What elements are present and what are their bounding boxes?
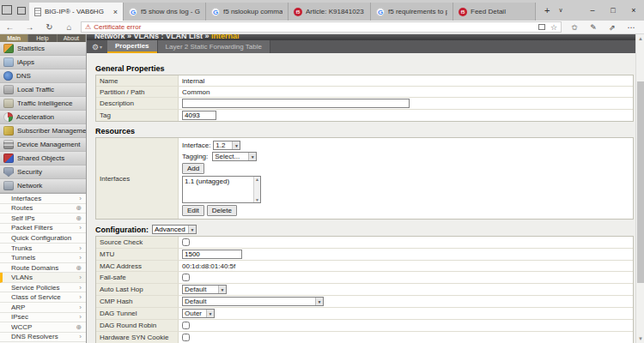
dag-round-robin-checkbox[interactable]	[182, 322, 190, 329]
set-tabs-aside-icon[interactable]	[17, 7, 26, 15]
add-circle-icon[interactable]: ⊕	[76, 214, 82, 222]
sidebar-item-routes[interactable]: Routes ⊕	[0, 204, 86, 214]
section-title-general: General Properties	[95, 64, 635, 73]
sidebar-item-trunks[interactable]: Trunks ›	[0, 244, 86, 254]
add-circle-icon[interactable]: ⊕	[76, 204, 82, 212]
description-field[interactable]	[182, 99, 410, 108]
add-circle-icon[interactable]: ⊕	[76, 264, 82, 272]
add-button[interactable]: Add	[182, 163, 204, 174]
tab-layer2-forwarding[interactable]: Layer 2 Static Forwarding Table	[157, 40, 270, 53]
close-window-button[interactable]: ×	[623, 0, 644, 21]
mtu-field[interactable]	[182, 250, 242, 259]
sidebar-item-subscriber-management[interactable]: Subscriber Management	[0, 124, 86, 138]
sidebar-item-dns-resolvers[interactable]: DNS Resolvers ›	[0, 333, 86, 343]
vertical-scrollbar[interactable]: ▲ ▼	[635, 34, 644, 343]
cmp-hash-select[interactable]: Default ▼	[182, 297, 324, 306]
add-circle-icon[interactable]: ⊕	[76, 323, 82, 331]
warning-icon: ⚠	[85, 23, 91, 31]
table-row: Description	[96, 98, 633, 110]
options-gear-button[interactable]: ⚙▾	[87, 40, 107, 53]
configuration-mode-select[interactable]: Advanced ▼	[152, 225, 197, 234]
list-item[interactable]: 1.1 (untagged)	[185, 178, 229, 185]
reading-view-icon[interactable]	[538, 24, 545, 30]
sidebar-tab-about[interactable]: About	[58, 34, 86, 42]
tab-menu-icon[interactable]: ∨	[558, 7, 562, 14]
close-tab-icon[interactable]: ×	[112, 8, 118, 16]
sidebar-item-device-management[interactable]: Device Management	[0, 138, 86, 152]
tagging-select[interactable]: Select... ▼	[212, 152, 257, 161]
hardware-syn-cookie-checkbox[interactable]	[182, 334, 190, 341]
sidebar-item-statistics[interactable]: Statistics	[0, 42, 86, 56]
browser-tab-article[interactable]: f5 Article: K91841023 - Ov	[289, 3, 371, 21]
favorite-star-icon[interactable]: ☆	[550, 23, 557, 32]
home-icon[interactable]: ⌂	[59, 22, 79, 32]
minimize-button[interactable]: –	[582, 0, 603, 21]
sidebar-item-iapps[interactable]: iApps	[0, 56, 86, 69]
chevron-right-icon: ›	[79, 244, 82, 252]
partition-value: Common	[182, 88, 210, 96]
sidebar-item-ipsec[interactable]: IPsec ›	[0, 313, 86, 323]
tab-preview-icon[interactable]	[3, 7, 12, 15]
f5-icon: f5	[294, 8, 302, 16]
sidebar-item-dns[interactable]: DNS	[0, 69, 86, 83]
sidebar-item-vlans[interactable]: VLANs ›	[0, 273, 86, 283]
browser-tab-dns-log[interactable]: G f5 show dns log - Goog	[124, 3, 206, 21]
web-note-icon[interactable]: ✎	[584, 23, 603, 32]
google-icon: G	[376, 8, 385, 16]
hub-favorites-icon[interactable]: ✩	[565, 23, 584, 32]
address-bar[interactable]: ⚠ Certificate error ☆	[81, 21, 562, 33]
scroll-up-icon[interactable]: ▲	[636, 34, 644, 43]
forward-icon[interactable]: →	[20, 22, 39, 32]
sidebar-item-self-ips[interactable]: Self IPs ⊕	[0, 214, 86, 224]
source-check-checkbox[interactable]	[182, 238, 190, 246]
sidebar-tab-main[interactable]: Main	[0, 34, 28, 42]
sidebar-item-arp[interactable]: ARP ›	[0, 303, 86, 313]
share-icon[interactable]: ⇗	[603, 23, 622, 32]
tag-field[interactable]	[182, 111, 216, 120]
refresh-icon[interactable]: ↻	[39, 22, 59, 32]
sidebar-item-wccp[interactable]: WCCP ⊕	[0, 322, 86, 333]
listbox-scrollbar[interactable]: ▲▼	[253, 177, 260, 202]
chevron-right-icon: ›	[79, 195, 82, 202]
sidebar-item-shared-objects[interactable]: Shared Objects	[0, 152, 86, 165]
delete-member-button[interactable]: Delete	[207, 205, 237, 216]
chevron-right-icon: ›	[79, 254, 82, 262]
tab-properties[interactable]: Properties	[107, 40, 157, 53]
back-icon[interactable]: ←	[0, 22, 20, 32]
failsafe-checkbox[interactable]	[182, 274, 190, 281]
sidebar-item-network[interactable]: Network	[0, 179, 86, 193]
sidebar-item-interfaces[interactable]: Interfaces ›	[0, 194, 86, 204]
sidebar-item-service-policies[interactable]: Service Policies ›	[0, 283, 86, 293]
browser-tab-requirements[interactable]: G f5 requirements to ping	[371, 3, 453, 21]
magnifier-document-icon	[3, 99, 14, 108]
table-row: Name internal	[96, 75, 633, 87]
maximize-button[interactable]: □	[603, 0, 623, 21]
browser-tab-nslookup[interactable]: G f5 nslookup command	[206, 3, 289, 21]
scrollbar-thumb[interactable]	[637, 81, 644, 283]
more-options-icon[interactable]: ⋯	[622, 23, 641, 32]
sidebar-item-acceleration[interactable]: Acceleration	[0, 111, 86, 124]
sidebar-item-route-domains[interactable]: Route Domains ⊕	[0, 263, 86, 274]
statistics-icon	[3, 44, 14, 53]
sidebar-item-packet-filters[interactable]: Packet Filters ›	[0, 224, 86, 234]
chevron-right-icon: ›	[79, 313, 82, 321]
sidebar-item-traffic-intelligence[interactable]: Traffic Intelligence	[0, 97, 86, 111]
new-tab-button[interactable]: +	[544, 5, 550, 15]
interface-members-listbox[interactable]: 1.1 (untagged) ▲▼	[182, 176, 261, 203]
browser-tab-feed[interactable]: f5 Feed Detail	[453, 3, 536, 21]
sidebar-item-quick-configuration[interactable]: Quick Configuration	[0, 233, 86, 244]
dag-tunnel-select[interactable]: Outer ▼	[182, 309, 215, 318]
chevron-right-icon: ›	[79, 284, 82, 292]
sidebar-item-security[interactable]: Security	[0, 165, 86, 179]
sidebar-item-class-of-service[interactable]: Class of Service ›	[0, 292, 86, 303]
interface-select[interactable]: 1.2 ▼	[213, 141, 240, 150]
scroll-down-icon[interactable]: ▼	[636, 334, 644, 343]
shield-icon	[3, 167, 14, 177]
sidebar-item-tunnels[interactable]: Tunnels ›	[0, 253, 86, 263]
auto-last-hop-select[interactable]: Default ▼	[182, 285, 227, 294]
certificate-error-badge[interactable]: ⚠ Certificate error	[85, 23, 141, 31]
edit-button[interactable]: Edit	[182, 205, 204, 216]
sidebar-item-local-traffic[interactable]: Local Traffic	[0, 83, 86, 97]
sidebar-tab-help[interactable]: Help	[28, 34, 57, 42]
browser-tab-bigip[interactable]: BIG-IP® - VAB6HG ×	[29, 3, 124, 21]
